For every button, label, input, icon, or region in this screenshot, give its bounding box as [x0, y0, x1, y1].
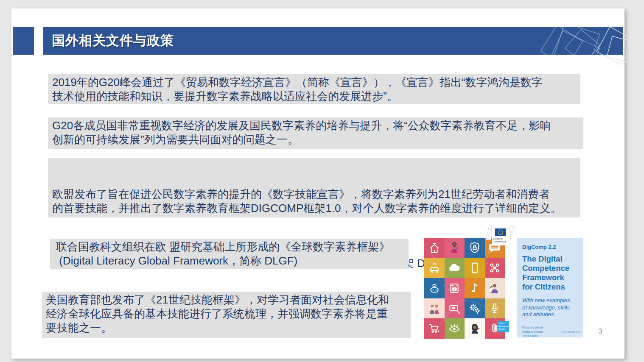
smartphone-icon	[465, 258, 485, 278]
selfie-screen-icon	[445, 298, 465, 319]
ec-logo-card: European Commission	[492, 228, 510, 245]
ec-logo-label: European Commission	[493, 237, 509, 243]
eu-digcomp-paragraph: 欧盟发布了旨在促进公民数字素养的提升的《数字技能宣言》，将数字素养列为21世纪劳…	[52, 187, 576, 215]
cover-subtitle: With new examples of knowledge, skills a…	[522, 297, 579, 318]
page-title: 国外相关文件与政策	[52, 32, 174, 50]
cover-tile-grid: ♪	[424, 238, 505, 339]
presentation-canvas: { "canvas": { "page_number": "3" }, "hea…	[0, 0, 644, 362]
eu-flag	[495, 228, 506, 236]
eye-icon	[445, 318, 465, 339]
girl-with-phone-illustration	[445, 238, 465, 258]
cover-report-number: EUR 31006 EN	[561, 331, 580, 334]
shield-lock-icon	[465, 238, 485, 258]
drone-icon	[485, 258, 505, 278]
title-accent-square	[13, 27, 34, 55]
digcomp-cover-image: ♪	[423, 225, 601, 348]
european-commission-logo: European Commission	[490, 226, 511, 246]
washing-machine-icon	[445, 278, 465, 298]
microphone-icon	[485, 298, 505, 319]
slide: 国外相关文件与政策 2019年的G20峰会通过了《贸易和数字经济宣言》（简称《宣…	[11, 8, 624, 359]
slide-page-number: 3	[592, 327, 609, 336]
woman-hijab-illustration	[465, 318, 485, 339]
man-with-phone-illustration	[485, 278, 505, 298]
cover-title: The Digital Competence Framework for Cit…	[522, 254, 579, 292]
cloud-icon	[445, 258, 465, 278]
title-bar: 国外相关文件与政策	[43, 27, 623, 55]
cover-text-panel: DigComp 2.2 The Digital Competence Frame…	[517, 238, 583, 337]
joint-research-centre-badge: Joint Research Centre	[497, 321, 509, 332]
cover-edition: DigComp 2.2	[522, 244, 579, 250]
textbox-eu-digcomp: 欧盟发布了旨在促进公民数字素养的提升的《数字技能宣言》，将数字素养列为21世纪劳…	[48, 158, 580, 217]
textbox-unesco-dlgf: 联合国教科文组织在欧 盟研究基础上所形成的《全球数字素养框架》 (Digital…	[50, 239, 409, 269]
connected-car-icon	[424, 258, 445, 278]
textbox-us-framework: 美国教育部也发布了《21世纪技能框架》，对学习者面对社会信息化和 经济全球化应具…	[42, 292, 411, 338]
shopping-cart-icon	[424, 318, 445, 339]
smart-home-icon	[424, 238, 445, 258]
smart-speaker-icon	[424, 278, 445, 298]
gears-icon	[465, 298, 485, 319]
music-note-icon: ♪	[465, 278, 485, 298]
elderly-couple-illustration	[424, 298, 445, 319]
textbox-g20-members: G20各成员国非常重视数字经济的发展及国民数字素养的培养与提升，将“公众数字素养…	[48, 117, 583, 149]
decorative-squares-pattern	[538, 23, 636, 71]
textbox-g20-declaration: 2019年的G20峰会通过了《贸易和数字经济宣言》（简称《宣言》），《宣言》指出…	[48, 74, 580, 104]
